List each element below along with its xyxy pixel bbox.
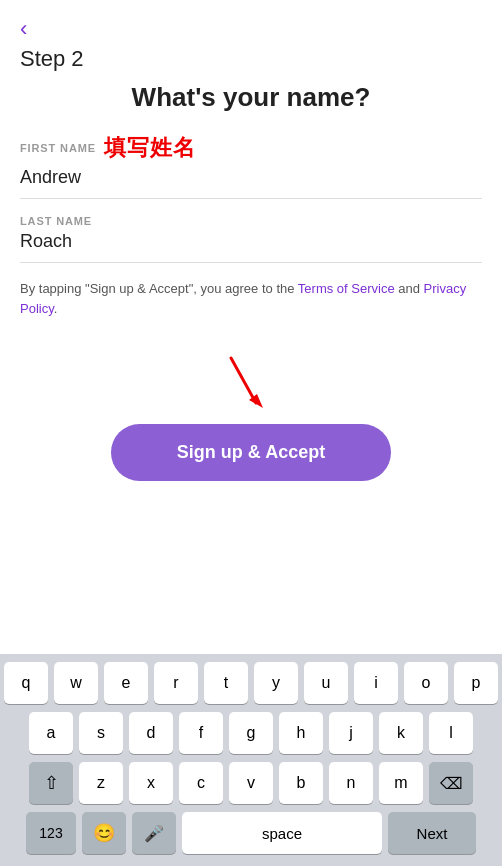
key-t[interactable]: t [204,662,248,704]
terms-of-service-link[interactable]: Terms of Service [298,281,395,296]
key-x[interactable]: x [129,762,173,804]
last-name-label-text: LAST NAME [20,215,92,227]
emoji-key[interactable]: 😊 [82,812,126,854]
key-z[interactable]: z [79,762,123,804]
key-v[interactable]: v [229,762,273,804]
terms-text: By tapping "Sign up & Accept", you agree… [20,279,482,318]
key-b[interactable]: b [279,762,323,804]
annotation-text: 填写姓名 [104,133,196,163]
first-name-label-text: FIRST NAME [20,142,96,154]
arrow-container [20,348,482,418]
key-c[interactable]: c [179,762,223,804]
terms-prefix: By tapping "Sign up & Accept", you agree… [20,281,298,296]
keyboard-row-1: q w e r t y u i o p [4,662,498,704]
space-key[interactable]: space [182,812,382,854]
microphone-key[interactable]: 🎤 [132,812,176,854]
keyboard-row-3: ⇧ z x c v b n m ⌫ [4,762,498,804]
form-section: What's your name? FIRST NAME 填写姓名 Andrew… [0,82,502,481]
next-key[interactable]: Next [388,812,476,854]
first-name-value[interactable]: Andrew [20,167,482,199]
key-d[interactable]: d [129,712,173,754]
last-name-value[interactable]: Roach [20,231,482,263]
key-l[interactable]: l [429,712,473,754]
signup-accept-button[interactable]: Sign up & Accept [111,424,391,481]
title-text: What's your name? [132,82,371,112]
shift-key[interactable]: ⇧ [29,762,73,804]
terms-and: and [395,281,424,296]
key-g[interactable]: g [229,712,273,754]
back-button[interactable]: ‹ [20,16,27,42]
first-name-label: FIRST NAME 填写姓名 [20,133,482,163]
keyboard-row-2: a s d f g h j k l [4,712,498,754]
red-arrow-icon [211,348,291,418]
key-k[interactable]: k [379,712,423,754]
key-a[interactable]: a [29,712,73,754]
key-s[interactable]: s [79,712,123,754]
numbers-key[interactable]: 123 [26,812,76,854]
key-m[interactable]: m [379,762,423,804]
keyboard-row-4: 123 😊 🎤 space Next [4,812,498,854]
key-o[interactable]: o [404,662,448,704]
key-p[interactable]: p [454,662,498,704]
key-w[interactable]: w [54,662,98,704]
key-i[interactable]: i [354,662,398,704]
key-j[interactable]: j [329,712,373,754]
key-y[interactable]: y [254,662,298,704]
terms-suffix: . [54,301,58,316]
key-h[interactable]: h [279,712,323,754]
top-section: ‹ Step 2 [0,0,502,72]
last-name-label: LAST NAME [20,215,482,227]
page-title: What's your name? [20,82,482,113]
key-n[interactable]: n [329,762,373,804]
key-f[interactable]: f [179,712,223,754]
step-label: Step 2 [20,46,482,72]
key-u[interactable]: u [304,662,348,704]
key-e[interactable]: e [104,662,148,704]
delete-key[interactable]: ⌫ [429,762,473,804]
key-r[interactable]: r [154,662,198,704]
svg-line-0 [231,358,256,403]
signup-btn-container: Sign up & Accept [20,424,482,481]
key-q[interactable]: q [4,662,48,704]
keyboard: q w e r t y u i o p a s d f g h j k l ⇧ … [0,654,502,866]
